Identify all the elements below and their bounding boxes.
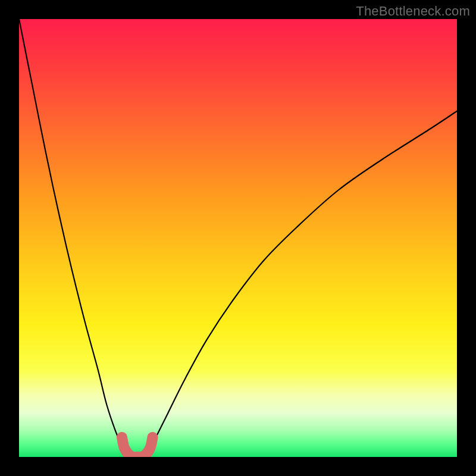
chart-frame xyxy=(19,19,457,457)
bottleneck-chart xyxy=(19,19,457,457)
chart-background xyxy=(19,19,457,457)
watermark-text: TheBottleneck.com xyxy=(356,4,470,19)
